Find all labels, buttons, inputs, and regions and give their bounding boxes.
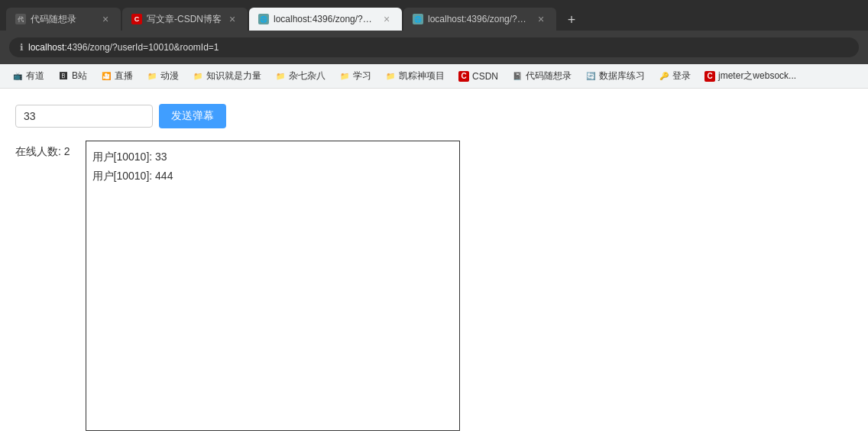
tab-2-close[interactable]: ×	[226, 13, 238, 25]
bookmark-icon-anime: 📁	[147, 71, 157, 82]
tab-4-favicon: 🌐	[413, 14, 423, 24]
online-count: 在线人数: 2	[15, 145, 70, 159]
message-box: 用户[10010]: 33 用户[10010]: 444	[86, 141, 460, 431]
tab-1-favicon: 代	[15, 14, 26, 24]
bookmark-icon-csdn: C	[458, 71, 469, 82]
bookmark-icon-youdao: 📺	[12, 71, 23, 82]
tab-3-title: localhost:4396/zong/?userId=1...	[274, 14, 376, 24]
message-line-1: 用户[10010]: 33	[92, 147, 453, 167]
bookmark-icon-misc: 📁	[275, 71, 286, 82]
tab-1-close[interactable]: ×	[99, 13, 112, 25]
tab-1[interactable]: 代 代码随想录 ×	[6, 8, 121, 31]
address-path: :4396/zong/?userId=10010&roomId=1	[64, 42, 219, 53]
tab-4-close[interactable]: ×	[535, 13, 547, 25]
tab-2-title: 写文章-CSDN博客	[147, 13, 222, 26]
bookmark-label-csdn: CSDN	[472, 71, 498, 82]
bookmark-youdao[interactable]: 📺 有道	[6, 67, 50, 85]
tab-3-favicon: 🌐	[258, 14, 269, 24]
new-tab-button[interactable]: +	[561, 9, 582, 31]
bookmark-knowledge[interactable]: 📁 知识就是力量	[186, 67, 267, 85]
bookmark-icon-project: 📁	[385, 71, 396, 82]
page-content: 发送弹幕 在线人数: 2 用户[10010]: 33 用户[10010]: 44…	[0, 89, 868, 437]
bookmark-label-login: 登录	[672, 70, 691, 83]
bookmark-misc[interactable]: 📁 杂七杂八	[269, 67, 332, 85]
bookmark-anime[interactable]: 📁 动漫	[141, 67, 185, 85]
bookmark-study[interactable]: 📁 学习	[333, 67, 377, 85]
message-line-2: 用户[10010]: 444	[92, 167, 453, 186]
tab-1-title: 代码随想录	[31, 13, 95, 26]
bookmark-login[interactable]: 🔑 登录	[653, 67, 697, 85]
send-button[interactable]: 发送弹幕	[159, 104, 226, 128]
bookmark-csdn[interactable]: C CSDN	[452, 69, 504, 84]
bookmark-icon-db: 🔄	[585, 71, 596, 82]
message-input[interactable]	[15, 105, 153, 128]
bookmarks-bar: 📺 有道 🅱 B站 🎦 直播 📁 动漫 📁 知识就是力量 📁 杂七杂八 📁 学习	[0, 64, 868, 89]
chat-area: 在线人数: 2 用户[10010]: 33 用户[10010]: 444	[15, 141, 853, 431]
bookmark-label-misc: 杂七杂八	[289, 70, 326, 83]
tab-4[interactable]: 🌐 localhost:4396/zong/?userId=1... ×	[403, 8, 556, 31]
bookmark-jmeter[interactable]: C jmeter之websock...	[698, 67, 802, 85]
bookmark-label-project: 凯粽神项目	[399, 70, 445, 83]
address-text: localhost:4396/zong/?userId=10010&roomId…	[28, 42, 219, 53]
tab-2[interactable]: C 写文章-CSDN博客 ×	[122, 8, 248, 31]
bookmark-label-db: 数据库练习	[599, 70, 645, 83]
bookmark-db[interactable]: 🔄 数据库练习	[579, 67, 651, 85]
browser-window: 代 代码随想录 × C 写文章-CSDN博客 × 🌐 localhost:439…	[0, 0, 868, 437]
bookmark-label-bilibili: B站	[72, 70, 87, 83]
info-icon: ℹ	[20, 42, 24, 53]
bookmark-icon-study: 📁	[339, 71, 350, 82]
bookmark-label-anime: 动漫	[160, 70, 179, 83]
bookmark-code[interactable]: 📓 代码随想录	[506, 67, 578, 85]
tab-2-favicon: C	[131, 14, 142, 24]
tab-3[interactable]: 🌐 localhost:4396/zong/?userId=1... ×	[249, 8, 402, 31]
bookmark-icon-live: 🎦	[101, 71, 112, 82]
bookmark-icon-login: 🔑	[659, 71, 669, 82]
bookmark-live[interactable]: 🎦 直播	[95, 67, 139, 85]
bookmark-label-youdao: 有道	[26, 70, 44, 83]
tab-3-close[interactable]: ×	[381, 13, 393, 25]
input-row: 发送弹幕	[15, 104, 853, 128]
bookmark-label-code: 代码随想录	[526, 70, 572, 83]
bookmark-label-live: 直播	[115, 70, 133, 83]
bookmark-icon-bilibili: 🅱	[58, 71, 69, 82]
bookmark-bilibili[interactable]: 🅱 B站	[52, 67, 93, 85]
bookmark-icon-code: 📓	[512, 71, 523, 82]
bookmark-label-study: 学习	[353, 70, 371, 83]
bookmark-label-knowledge: 知识就是力量	[206, 70, 261, 83]
tab-4-title: localhost:4396/zong/?userId=1...	[428, 14, 530, 24]
tab-bar: 代 代码随想录 × C 写文章-CSDN博客 × 🌐 localhost:439…	[0, 0, 868, 31]
address-input[interactable]: ℹ localhost:4396/zong/?userId=10010&room…	[9, 37, 859, 57]
bookmark-label-jmeter: jmeter之websock...	[718, 70, 796, 83]
bookmark-icon-knowledge: 📁	[193, 71, 203, 82]
address-host: localhost	[28, 42, 64, 53]
address-bar: ℹ localhost:4396/zong/?userId=10010&room…	[0, 31, 868, 64]
bookmark-icon-jmeter: C	[704, 71, 715, 82]
bookmark-project[interactable]: 📁 凯粽神项目	[379, 67, 451, 85]
